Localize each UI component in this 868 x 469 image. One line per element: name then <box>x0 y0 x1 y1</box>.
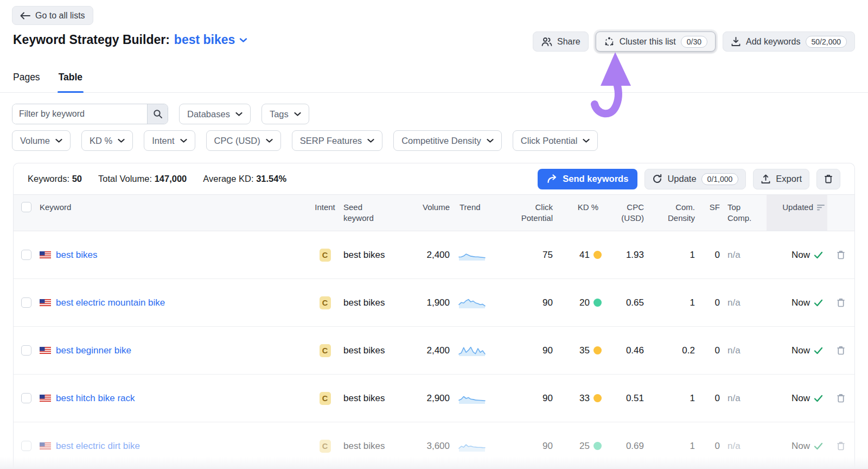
us-flag-icon <box>40 299 51 306</box>
back-button-label: Go to all lists <box>35 11 85 21</box>
tab-pages[interactable]: Pages <box>12 69 41 92</box>
keywords-count-label: Keywords: <box>28 174 69 183</box>
tab-bar: PagesTable <box>0 69 868 93</box>
click-potential-value: 90 <box>503 393 558 404</box>
row-checkbox[interactable] <box>21 441 31 451</box>
volume-value: 1,900 <box>405 297 455 308</box>
kd-value: 33 <box>579 393 590 404</box>
filter-dropdown-serp-features[interactable]: SERP Features <box>292 130 382 151</box>
table-row: best electric mountain bikeCbest bikes1,… <box>14 279 854 327</box>
keyword-link[interactable]: best beginner bike <box>56 345 131 356</box>
tab-table[interactable]: Table <box>58 69 84 92</box>
trash-icon <box>836 250 846 260</box>
row-delete-button[interactable] <box>827 441 854 451</box>
update-count-badge: 0/1,000 <box>701 173 739 185</box>
keywords-count-value: 50 <box>72 174 82 183</box>
col-header-updated[interactable]: Updated <box>767 195 827 231</box>
keyword-link[interactable]: best hitch bike rack <box>56 393 135 404</box>
col-header-keyword[interactable]: Keyword <box>39 202 309 213</box>
col-header-trend[interactable]: Trend <box>455 202 503 213</box>
row-delete-button[interactable] <box>827 297 854 308</box>
update-button[interactable]: Update 0/1,000 <box>644 169 746 189</box>
filter-dropdown-tags[interactable]: Tags <box>261 104 309 124</box>
updated-value: Now <box>792 441 810 452</box>
chevron-down-icon <box>118 138 125 143</box>
table-row: best bikesCbest bikes2,40075411.9310n/aN… <box>14 231 854 279</box>
share-button[interactable]: Share <box>533 31 589 52</box>
seed-keyword: best bikes <box>341 345 405 356</box>
keyword-link[interactable]: best bikes <box>56 250 98 261</box>
col-header-seed-keyword[interactable]: Seed keyword <box>341 202 380 224</box>
chevron-down-icon[interactable] <box>239 37 247 43</box>
kd-level-dot <box>593 394 602 402</box>
select-all-checkbox[interactable] <box>21 202 31 212</box>
update-label: Update <box>667 174 696 184</box>
cluster-count-badge: 0/30 <box>681 36 707 48</box>
keyword-filter-input[interactable] <box>12 104 147 124</box>
col-header-com-density[interactable]: Com. Density <box>662 202 700 224</box>
go-to-all-lists-button[interactable]: Go to all lists <box>12 6 93 25</box>
top-comp-value: n/a <box>724 393 767 404</box>
com-density-value: 0.2 <box>649 345 700 356</box>
row-delete-button[interactable] <box>827 393 854 403</box>
download-icon <box>731 36 741 47</box>
keyword-link[interactable]: best electric mountain bike <box>56 297 165 308</box>
send-keywords-label: Send keywords <box>563 174 628 184</box>
col-header-kd[interactable]: KD % <box>558 202 605 213</box>
row-checkbox[interactable] <box>21 393 31 403</box>
delete-list-button[interactable] <box>816 169 840 189</box>
trend-sparkline <box>458 440 486 452</box>
table-row: best beginner bikeCbest bikes2,40090350.… <box>14 327 854 375</box>
top-comp-value: n/a <box>724 441 767 452</box>
row-checkbox[interactable] <box>21 297 31 308</box>
col-header-sf[interactable]: SF <box>700 202 724 213</box>
row-delete-button[interactable] <box>827 250 854 260</box>
list-name[interactable]: best bikes <box>174 33 235 47</box>
sort-icon <box>817 204 825 211</box>
kd-level-dot <box>593 346 602 354</box>
sf-value: 0 <box>700 297 724 308</box>
filter-dropdown-cpc-usd[interactable]: CPC (USD) <box>206 130 281 151</box>
keyword-link[interactable]: best electric dirt bike <box>56 441 140 452</box>
send-keywords-button[interactable]: Send keywords <box>538 169 637 189</box>
row-checkbox[interactable] <box>21 345 31 356</box>
trash-icon <box>836 393 846 403</box>
seed-keyword: best bikes <box>341 297 405 308</box>
seed-keyword: best bikes <box>341 250 405 261</box>
row-delete-button[interactable] <box>827 345 854 356</box>
export-label: Export <box>776 174 802 184</box>
add-keywords-button[interactable]: Add keywords 50/2,000 <box>723 31 855 52</box>
trash-icon <box>836 441 846 451</box>
kd-value: 35 <box>579 345 590 356</box>
chevron-down-icon <box>180 138 187 143</box>
sf-value: 0 <box>700 250 724 261</box>
cpc-value: 0.51 <box>605 393 649 404</box>
export-button[interactable]: Export <box>753 169 809 189</box>
col-header-volume[interactable]: Volume <box>405 202 455 213</box>
us-flag-icon <box>40 395 51 402</box>
col-header-cpc[interactable]: CPC (USD) <box>614 202 649 224</box>
table-row: best hitch bike rackCbest bikes2,9009033… <box>14 375 854 422</box>
filter-dropdown-databases[interactable]: Databases <box>179 104 251 124</box>
updated-value: Now <box>792 250 810 261</box>
sf-value: 0 <box>700 393 724 404</box>
share-label: Share <box>557 37 580 47</box>
top-comp-value: n/a <box>724 345 767 356</box>
col-header-top-comp[interactable]: Top Comp. <box>724 202 757 224</box>
col-header-intent[interactable]: Intent <box>309 202 341 213</box>
filter-dropdown-competitive-density[interactable]: Competitive Density <box>393 130 502 151</box>
filter-dropdown-kd[interactable]: KD % <box>81 130 133 151</box>
filter-dropdown-intent[interactable]: Intent <box>144 130 195 151</box>
cluster-this-list-button[interactable]: Cluster this list 0/30 <box>596 31 716 52</box>
trash-icon <box>836 297 846 308</box>
back-arrow-icon <box>20 12 30 20</box>
table-actions: Send keywords Update 0/1,000 Export <box>538 169 840 189</box>
com-density-value: 1 <box>649 297 700 308</box>
col-header-click-potential[interactable]: Click Potential <box>503 202 558 224</box>
filter-dropdown-volume[interactable]: Volume <box>12 130 71 151</box>
row-checkbox[interactable] <box>21 250 31 260</box>
kd-value: 25 <box>579 441 590 452</box>
search-button[interactable] <box>147 104 168 124</box>
click-potential-value: 90 <box>503 345 558 356</box>
filter-dropdown-click-potential[interactable]: Click Potential <box>513 130 598 151</box>
